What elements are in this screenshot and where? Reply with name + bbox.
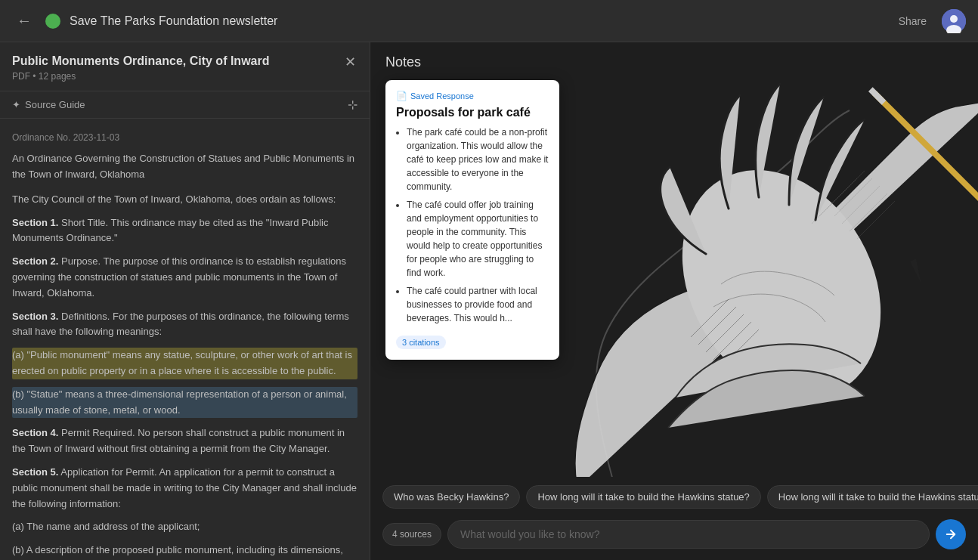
svg-line-11: [842, 186, 880, 224]
svg-point-1: [950, 15, 958, 23]
share-button[interactable]: Share: [890, 11, 936, 32]
section2-body: Purpose. The purpose of this ordinance i…: [12, 255, 346, 299]
section3-heading: Section 3.: [12, 311, 58, 322]
suggestion-chip-1[interactable]: Who was Becky Hawkins?: [382, 485, 520, 509]
svg-line-5: [698, 307, 736, 345]
section2-heading: Section 2.: [12, 255, 58, 267]
svg-line-13: [857, 201, 895, 239]
right-panel: Notes: [370, 42, 978, 560]
source-guide-text: Source Guide: [25, 99, 85, 110]
source-guide-icon: ✦: [12, 99, 20, 110]
svg-line-12: [850, 193, 887, 231]
svg-rect-18: [868, 87, 886, 104]
bullet-2: The café could offer job training and em…: [407, 198, 549, 280]
cursor-button[interactable]: ⊹: [348, 97, 357, 112]
council-text: The City Council of the Town of Inward, …: [12, 192, 357, 208]
app-b-text: (b) A description of the proposed public…: [12, 543, 357, 560]
svg-point-3: [642, 134, 921, 434]
chat-input[interactable]: [447, 520, 930, 549]
avatar: [942, 9, 966, 33]
suggestion-chip-3[interactable]: How long will it take to build the Hawki…: [767, 485, 978, 509]
section5-text: Section 5. Application for Permit. An ap…: [12, 465, 357, 512]
svg-line-7: [713, 322, 751, 360]
svg-rect-16: [872, 91, 978, 245]
app-title: Save The Parks Foundation newsletter: [70, 14, 881, 28]
suggestions-row: Who was Becky Hawkins? How long will it …: [370, 477, 978, 515]
main-content: Public Monuments Ordinance, City of Inwa…: [0, 42, 978, 560]
section5-body: Application for Permit. An application f…: [12, 466, 357, 509]
svg-line-8: [721, 330, 759, 367]
section4-heading: Section 4.: [12, 427, 58, 438]
section3-text: Section 3. Definitions. For the purposes…: [12, 309, 357, 341]
doc-title: Public Monuments Ordinance, City of Inwa…: [12, 54, 357, 68]
bullet-1: The park café could be a non-profit orga…: [407, 125, 549, 193]
ordinance-desc: An Ordinance Governing the Construction …: [12, 151, 357, 183]
source-guide-bar: ✦ Source Guide ⊹: [0, 91, 370, 119]
app-a-text: (a) The name and address of the applican…: [12, 519, 357, 535]
sources-badge[interactable]: 4 sources: [382, 523, 441, 546]
section3-body: Definitions. For the purposes of this or…: [12, 311, 349, 338]
top-bar-right: Share: [890, 9, 966, 33]
citations-badge[interactable]: 3 citations: [396, 336, 446, 349]
bottom-area: Who was Becky Hawkins? How long will it …: [370, 477, 978, 560]
svg-line-6: [706, 314, 744, 352]
svg-line-14: [819, 178, 857, 216]
section4-body: Permit Required. No person shall constru…: [12, 427, 345, 454]
doc-meta: PDF • 12 pages: [12, 71, 357, 82]
app-icon: [45, 14, 60, 29]
send-button[interactable]: [936, 519, 966, 549]
def-b-text: (b) "Statue" means a three-dimensional r…: [12, 387, 357, 419]
section1-body: Short Title. This ordinance may be cited…: [12, 217, 328, 244]
doc-header: Public Monuments Ordinance, City of Inwa…: [0, 42, 370, 91]
notes-card: 📄 Saved Response Proposals for park café…: [385, 80, 559, 360]
section4-text: Section 4. Permit Required. No person sh…: [12, 425, 357, 457]
top-bar: ← Save The Parks Foundation newsletter S…: [0, 0, 978, 42]
section1-heading: Section 1.: [12, 217, 58, 228]
card-bullets: The park café could be a non-profit orga…: [396, 125, 549, 325]
section2-text: Section 2. Purpose. The purpose of this …: [12, 254, 357, 301]
saved-response-label: 📄 Saved Response: [396, 91, 549, 101]
notes-header: Notes: [370, 42, 978, 76]
source-guide-label: ✦ Source Guide: [12, 99, 85, 110]
left-panel: Public Monuments Ordinance, City of Inwa…: [0, 42, 370, 560]
suggestion-chip-2[interactable]: How long will it take to build the Hawki…: [526, 485, 760, 509]
close-button[interactable]: ✕: [339, 51, 361, 73]
svg-line-10: [834, 178, 872, 216]
def-a-text: (a) "Public monument" means any statue, …: [12, 348, 357, 379]
pdf-content[interactable]: Ordinance No. 2023-11-03 An Ordinance Go…: [0, 119, 370, 560]
saved-response-text: Saved Response: [410, 91, 474, 101]
svg-line-4: [691, 299, 729, 337]
section5-heading: Section 5.: [12, 466, 58, 478]
ordinance-number: Ordinance No. 2023-11-03: [12, 131, 357, 145]
back-button[interactable]: ←: [12, 9, 36, 33]
bullet-3: The café could partner with local busine…: [407, 284, 549, 325]
chat-input-row: 4 sources: [370, 515, 978, 560]
section1-text: Section 1. Short Title. This ordinance m…: [12, 215, 357, 247]
card-title: Proposals for park café: [396, 106, 549, 119]
saved-icon: 📄: [396, 91, 407, 101]
svg-line-15: [812, 186, 850, 224]
svg-marker-17: [910, 258, 921, 284]
svg-line-9: [827, 171, 865, 209]
